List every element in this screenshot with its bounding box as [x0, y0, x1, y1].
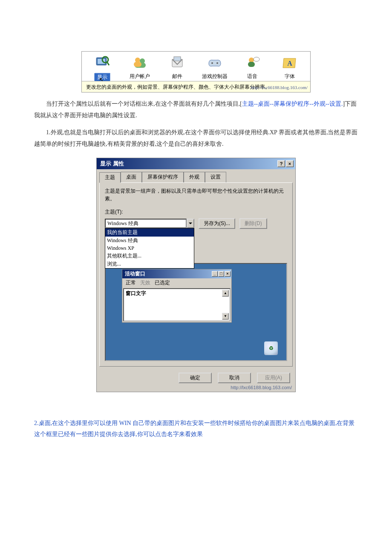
theme-combo-value[interactable]: Windows 经典	[105, 219, 187, 228]
dialog-titlebar[interactable]: 显示 属性 ? ×	[97, 158, 295, 169]
svg-rect-13	[248, 62, 255, 67]
cancel-button[interactable]: 取消	[218, 373, 251, 383]
tooltip-url: http://lxc66188.blog.163.com/	[251, 84, 308, 92]
paragraph-intro: 当打开这个属性以后就有一个对话框出来,在这个界面就有好几个属性项目,[主题--桌…	[34, 98, 358, 121]
svg-point-10	[211, 62, 213, 64]
combo-dropdown-button[interactable]	[187, 219, 194, 228]
dialog-title: 显示 属性	[100, 160, 124, 168]
theme-label: 主题(T):	[105, 208, 287, 216]
control-panel-tooltip: 更改您的桌面的外观，例如背景、屏幕保护程序、颜色、字体大小和屏幕分辨率。 htt…	[82, 81, 310, 92]
game-controller-icon	[207, 55, 222, 70]
scroll-up-icon: ▲	[222, 290, 229, 297]
preview-window-title: 活动窗口	[125, 270, 145, 278]
cpl-label-game: 游戏控制器	[202, 73, 228, 80]
tooltip-text: 更改您的桌面的外观，例如背景、屏幕保护程序、颜色、字体大小和屏幕分辨率。	[86, 84, 270, 90]
cpl-item-speech[interactable]: 语音	[234, 55, 271, 80]
cpl-item-mail[interactable]: 邮件	[159, 55, 196, 80]
control-panel-icons: 显示 ↖ 用户帐户 邮件 游戏控制器	[82, 52, 310, 81]
scroll-down-icon: ▼	[222, 313, 229, 320]
dropdown-item[interactable]: Windows 经典	[105, 237, 194, 245]
paragraph-section2: 2.桌面,在这个选择里你可以使用 WIN 自己带的桌面图片和在安装一些软件时候搭…	[34, 418, 358, 440]
speech-icon	[245, 55, 260, 70]
ok-button[interactable]: 确定	[179, 373, 212, 383]
dialog-tabs: 主题 桌面 屏幕保护程序 外观 设置	[97, 169, 295, 182]
preview-window-body: 窗口文字 ▲ ▼	[123, 288, 231, 321]
svg-rect-1	[98, 59, 105, 64]
theme-preview: 活动窗口 _ □ × 正常 无效 已选定 窗口文字	[105, 263, 287, 361]
svg-line-3	[107, 62, 109, 65]
tab-settings[interactable]: 设置	[205, 172, 226, 182]
recycle-bin-icon: ♻	[264, 341, 278, 355]
theme-dropdown-list: 我的当前主题 Windows 经典 Windows XP 其他联机主题... 浏…	[105, 228, 194, 269]
dropdown-item[interactable]: 其他联机主题...	[105, 252, 194, 260]
preview-scrollbar: ▲ ▼	[222, 290, 229, 320]
dialog-buttons: 确定 取消 应用(A)	[97, 369, 295, 385]
help-button[interactable]: ?	[277, 160, 285, 167]
save-as-button[interactable]: 另存为(S)...	[199, 218, 235, 229]
preview-menu: 正常 无效 已选定	[122, 278, 231, 287]
cpl-label-speech: 语音	[247, 73, 257, 80]
svg-point-11	[216, 62, 218, 64]
paragraph-section1: 1.外观,也就是当电脑打开以后的桌面和浏览器的外观,在这个界面你可以选择使用经典…	[34, 127, 358, 150]
cpl-label-mail: 邮件	[172, 73, 182, 80]
dialog-url: http://lxc66188.blog.163.com/	[97, 385, 295, 392]
tab-screensaver[interactable]: 屏幕保护程序	[142, 172, 184, 182]
dropdown-item[interactable]: 浏览...	[105, 260, 194, 268]
tab-theme[interactable]: 主题	[99, 172, 121, 183]
close-button[interactable]: ×	[286, 160, 294, 167]
theme-description: 主题是背景加一组声音，图标以及只需单击即可帮您个性化设置您的计算机的元素。	[105, 187, 287, 202]
cpl-item-users[interactable]: 用户帐户	[121, 55, 158, 80]
control-panel-strip: 显示 ↖ 用户帐户 邮件 游戏控制器	[81, 51, 311, 92]
max-icon: □	[218, 271, 224, 277]
dialog-panel: 主题是背景加一组声音，图标以及只需单击即可帮您个性化设置您的计算机的元素。 主题…	[99, 182, 293, 367]
delete-button[interactable]: 删除(D)	[239, 218, 267, 229]
cpl-item-display[interactable]: 显示 ↖	[84, 55, 121, 80]
display-icon	[95, 55, 110, 70]
svg-text:A: A	[287, 60, 292, 67]
cpl-item-fonts[interactable]: A 字体	[271, 55, 308, 80]
theme-combo[interactable]: Windows 经典 我的当前主题 Windows 经典 Windows XP …	[105, 219, 194, 228]
dropdown-item[interactable]: 我的当前主题	[105, 228, 194, 237]
chevron-down-icon	[189, 222, 192, 225]
tab-desktop[interactable]: 桌面	[121, 172, 142, 182]
cpl-item-game[interactable]: 游戏控制器	[196, 55, 233, 80]
dropdown-item[interactable]: Windows XP	[105, 245, 194, 252]
fonts-icon: A	[282, 55, 297, 70]
display-properties-dialog: 显示 属性 ? × 主题 桌面 屏幕保护程序 外观 设置 主题是背景加一组声音，…	[96, 158, 296, 392]
min-icon: _	[212, 271, 218, 277]
close-icon: ×	[225, 271, 231, 277]
mail-icon	[170, 55, 185, 70]
svg-point-14	[254, 57, 259, 61]
apply-button[interactable]: 应用(A)	[257, 373, 290, 383]
svg-rect-9	[174, 57, 181, 61]
cpl-label-fonts: 字体	[285, 73, 295, 80]
svg-rect-7	[134, 62, 141, 67]
cpl-label-users: 用户帐户	[130, 73, 150, 80]
preview-active-window: 活动窗口 _ □ × 正常 无效 已选定 窗口文字	[122, 269, 232, 323]
tab-appearance[interactable]: 外观	[184, 172, 205, 182]
users-icon	[132, 55, 147, 70]
